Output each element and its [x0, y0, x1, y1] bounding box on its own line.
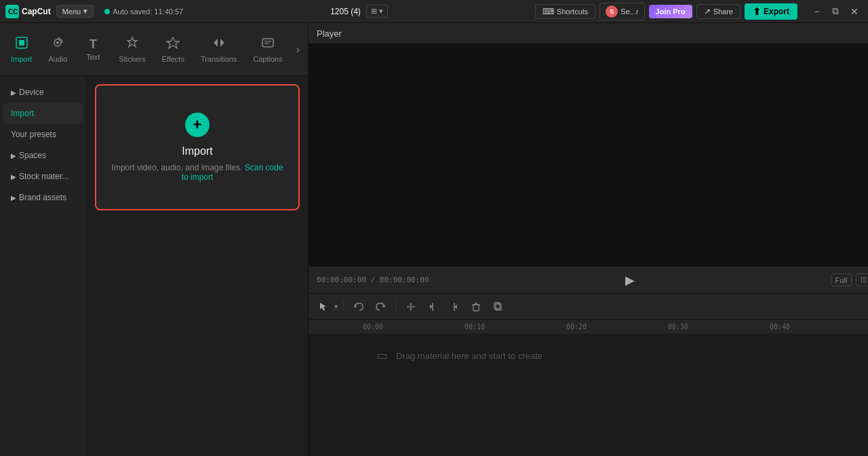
close-button[interactable]: ✕	[846, 3, 863, 20]
export-button[interactable]: ⬆ Export	[745, 3, 797, 20]
titlebar-center: 1205 (4) ⊞ ▾	[189, 5, 530, 18]
captions-tab-label: Captions	[253, 55, 282, 63]
menu-button[interactable]: Menu ▾	[56, 5, 94, 18]
share-button[interactable]: ↗ Share	[696, 4, 741, 19]
player-title: Player	[317, 28, 342, 39]
player-play-button[interactable]: ▶	[625, 273, 635, 288]
split-icon	[406, 301, 416, 312]
undo-icon	[353, 301, 364, 312]
shortcuts-button[interactable]: ⌨ Shortcuts	[535, 4, 595, 19]
ruler-marks: 00:00 00:10 00:20 00:30 00:40 00:50 01:0…	[363, 323, 868, 330]
svg-rect-3	[19, 40, 24, 45]
effects-tab-icon	[165, 35, 180, 52]
text-tab-icon: T	[90, 38, 97, 50]
timeline-drop-hint: ▭ Drag material here and start to create	[363, 335, 868, 363]
delete-button[interactable]	[467, 297, 486, 316]
maximize-button[interactable]: ⧉	[827, 3, 844, 20]
user-button[interactable]: S Se...r	[599, 3, 644, 20]
player-control-buttons: Full ⊡ Ratio ⛶	[831, 273, 868, 286]
ruler-mark-0: 00:00	[363, 323, 465, 330]
titlebar: CC CapCut Menu ▾ Auto saved: 11:40:57 12…	[0, 0, 868, 23]
layout-switcher: ⊞ ▾	[366, 5, 388, 18]
transitions-tab-label: Transitions	[201, 55, 237, 63]
timeline-tracks[interactable]: ▭ Drag material here and start to create	[309, 335, 868, 456]
capcut-logo-icon: CC	[5, 5, 19, 18]
cursor-tool: ▾	[314, 297, 338, 316]
player-area: Player ≡ 00:00:00:00 / 00:00:00:00 ▶ Ful…	[309, 23, 868, 293]
sidebar-item-spaces[interactable]: ▶ Spaces	[3, 145, 83, 166]
copy-button[interactable]	[488, 297, 507, 316]
join-pro-button[interactable]: Join Pro	[649, 5, 692, 18]
copy-icon	[492, 301, 503, 312]
minimize-button[interactable]: −	[808, 3, 825, 20]
user-avatar: S	[606, 5, 618, 18]
undo-button[interactable]	[349, 297, 368, 316]
player-controls: 00:00:00:00 / 00:00:00:00 ▶ Full ⊡ Ratio…	[309, 266, 868, 293]
tab-transitions[interactable]: Transitions	[193, 30, 245, 69]
import-dropzone[interactable]: + Import Import video, audio, and image …	[95, 84, 300, 210]
effects-tab-label: Effects	[161, 55, 184, 63]
brand-arrow-icon: ▶	[11, 194, 16, 202]
svg-marker-6	[167, 37, 179, 48]
timeline-toolbar: ▾	[309, 294, 868, 320]
cursor-button[interactable]	[314, 297, 333, 316]
media-area: + Import Import video, audio, and image …	[87, 76, 308, 456]
tab-audio[interactable]: Audio	[40, 30, 75, 69]
sidebar-presets-label: Your presets	[11, 130, 56, 139]
audio-tab-label: Audio	[48, 55, 67, 63]
autosave-indicator: Auto saved: 11:40:57	[104, 7, 183, 16]
tab-effects[interactable]: Effects	[153, 30, 192, 69]
left-content: ▶ Device Import Your presets ▶ Spaces ▶ …	[0, 76, 308, 456]
import-tab-label: Import	[11, 55, 32, 63]
player-screenshot-button[interactable]: ⊡	[856, 273, 868, 286]
logo-text: CapCut	[22, 7, 51, 16]
delete-right-button[interactable]	[445, 297, 464, 316]
svg-rect-15	[473, 305, 479, 311]
import-title: Import	[182, 145, 212, 157]
redo-button[interactable]	[371, 297, 390, 316]
sidebar-item-stock[interactable]: ▶ Stock mater...	[3, 166, 83, 187]
tabs-more-button[interactable]: ›	[291, 38, 305, 61]
timeline-ruler: 00:00 00:10 00:20 00:30 00:40 00:50 01:0…	[309, 320, 868, 335]
toolbar-divider-2	[395, 300, 396, 314]
sidebar-brand-label: Brand assets	[19, 193, 66, 202]
delete-left-button[interactable]	[423, 297, 442, 316]
project-name: 1205 (4)	[330, 7, 361, 16]
spaces-arrow-icon: ▶	[11, 152, 16, 159]
transitions-tab-icon	[212, 35, 226, 52]
sidebar: ▶ Device Import Your presets ▶ Spaces ▶ …	[0, 76, 87, 456]
ruler-mark-2: 00:20	[566, 323, 668, 330]
audio-tab-icon	[50, 35, 65, 52]
player-full-button[interactable]: Full	[831, 273, 852, 286]
stickers-tab-icon	[125, 35, 140, 52]
tab-import[interactable]: Import	[3, 30, 40, 69]
tab-captions[interactable]: Captions	[245, 30, 290, 69]
sidebar-item-brand[interactable]: ▶ Brand assets	[3, 187, 83, 208]
ruler-mark-4: 00:40	[770, 323, 868, 330]
ruler-mark-3: 00:30	[668, 323, 770, 330]
split-button[interactable]	[401, 297, 420, 316]
redo-icon	[375, 301, 386, 312]
captions-tab-icon	[260, 35, 275, 52]
tab-text[interactable]: T Text	[75, 33, 111, 66]
player-time: 00:00:00:00 / 00:00:00:00	[317, 276, 429, 284]
tab-stickers[interactable]: Stickers	[111, 30, 153, 69]
sidebar-item-import[interactable]: Import	[3, 103, 83, 124]
autosave-text: Auto saved: 11:40:57	[113, 7, 183, 16]
svg-text:CC: CC	[8, 8, 18, 16]
layout-button[interactable]: ⊞ ▾	[366, 5, 388, 18]
sidebar-item-device[interactable]: ▶ Device	[3, 82, 83, 102]
left-panel: Import Audio T Text Stickers	[0, 23, 309, 456]
autosave-dot	[104, 9, 110, 14]
sidebar-item-presets[interactable]: Your presets	[3, 124, 83, 145]
player-time-total: 00:00:00:00	[380, 276, 429, 284]
window-controls: − ⧉ ✕	[808, 3, 863, 20]
ruler-mark-1: 00:10	[465, 323, 566, 330]
svg-rect-7	[262, 39, 273, 47]
sidebar-spaces-label: Spaces	[19, 151, 46, 160]
username-text: Se...r	[620, 7, 638, 16]
tabs-bar: Import Audio T Text Stickers	[0, 23, 308, 76]
cursor-dropdown-button[interactable]: ▾	[334, 303, 338, 310]
titlebar-right: ⌨ Shortcuts S Se...r Join Pro ↗ Share ⬆ …	[535, 3, 797, 20]
text-tab-label: Text	[86, 53, 100, 61]
